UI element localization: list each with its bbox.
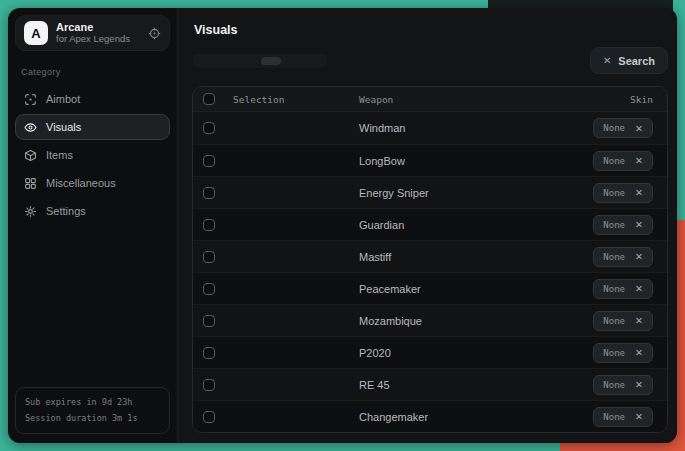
tab-radar[interactable] [217,57,237,65]
skin-value: None [603,412,625,422]
search-label: Search [618,55,655,67]
search-button[interactable]: ✕ Search [590,47,668,74]
scan-icon [24,93,37,106]
row-checkbox[interactable] [203,379,215,391]
sidebar-item-items[interactable]: Items [15,142,170,168]
weapon-name: Windman [359,122,585,134]
weapon-name: Peacemaker [359,283,585,295]
skin-badge[interactable]: None ✕ [593,343,653,363]
gear-icon [24,205,37,218]
clear-skin-icon[interactable]: ✕ [635,315,643,326]
select-all-checkbox[interactable] [203,93,215,105]
box-icon [24,149,37,162]
skin-badge[interactable]: None ✕ [593,247,653,267]
skin-table: Selection Weapon Skin Windman None ✕ [192,86,668,433]
tab-crosshair[interactable] [283,57,303,65]
subscription-card: Sub expires in 9d 23h Session duration 3… [15,387,170,434]
grid-icon [24,177,37,190]
skin-badge[interactable]: None ✕ [593,279,653,299]
weapon-row-mozambique: Mozambique None ✕ [193,304,667,336]
sub-expiry: Sub expires in 9d 23h [25,395,160,410]
weapon-name: Changemaker [359,411,585,423]
session-duration: Session duration 3m 1s [25,411,160,426]
sidebar-item-visuals[interactable]: Visuals [15,114,170,140]
skin-value: None [603,252,625,262]
clear-skin-icon[interactable]: ✕ [635,251,643,262]
table-header: Selection Weapon Skin [193,87,667,112]
sidebar-item-settings[interactable]: Settings [15,198,170,224]
page-title: Visuals [194,23,668,37]
skin-badge[interactable]: None ✕ [593,311,653,331]
weapon-row-peacemaker: Peacemaker None ✕ [193,272,667,304]
target-icon[interactable] [148,27,161,40]
row-checkbox[interactable] [203,315,215,327]
weapon-row-longbow: LongBow None ✕ [193,144,667,176]
weapon-name: Mozambique [359,315,585,327]
clear-skin-icon[interactable]: ✕ [635,411,643,422]
row-checkbox[interactable] [203,219,215,231]
weapon-row-changemaker: Changemaker None ✕ [193,400,667,432]
skin-value: None [603,123,625,133]
skin-value: None [603,156,625,166]
weapon-row-re-45: RE 45 None ✕ [193,368,667,400]
weapon-row-energy-sniper: Energy Sniper None ✕ [193,176,667,208]
clear-skin-icon[interactable]: ✕ [635,123,643,134]
row-checkbox[interactable] [203,155,215,167]
weapon-name: Guardian [359,219,585,231]
app-logo: A [24,21,48,45]
skin-value: None [603,348,625,358]
skin-value: None [603,380,625,390]
header-skin: Skin [630,94,653,105]
clear-skin-icon[interactable]: ✕ [635,379,643,390]
row-checkbox[interactable] [203,187,215,199]
clear-skin-icon[interactable]: ✕ [635,283,643,294]
weapon-name: Mastiff [359,251,585,263]
header-weapon: Weapon [359,94,622,105]
weapon-name: RE 45 [359,379,585,391]
skin-badge[interactable]: None ✕ [593,183,653,203]
row-checkbox[interactable] [203,411,215,423]
row-checkbox[interactable] [203,347,215,359]
app-window: A Arcane for Apex Legends Category Aimbo… [8,8,677,443]
app-subtitle: for Apex Legends [56,34,140,45]
row-checkbox[interactable] [203,251,215,263]
weapon-name: P2020 [359,347,585,359]
skin-badge[interactable]: None ✕ [593,151,653,171]
sidebar-item-aimbot[interactable]: Aimbot [15,86,170,112]
tab-players[interactable] [195,57,215,65]
toolbar: ✕ Search [192,47,668,74]
clear-skin-icon[interactable]: ✕ [635,219,643,230]
weapon-row-guardian: Guardian None ✕ [193,208,667,240]
skin-value: None [603,284,625,294]
skin-badge[interactable]: None ✕ [593,407,653,427]
tab-offscreen[interactable] [239,57,259,65]
skin-badge[interactable]: None ✕ [593,375,653,395]
eye-icon [24,121,37,134]
clear-skin-icon[interactable]: ✕ [635,155,643,166]
skin-value: None [603,188,625,198]
tab-skin-changer[interactable] [261,57,281,65]
sidebar-item-miscellaneous[interactable]: Miscellaneous [15,170,170,196]
brand-card: A Arcane for Apex Legends [15,15,170,51]
main-panel: Visuals ✕ Search Selection Weapon Skin [177,8,677,443]
skin-value: None [603,316,625,326]
weapon-row-mastiff: Mastiff None ✕ [193,240,667,272]
x-icon: ✕ [603,55,611,66]
table-body: Windman None ✕ LongBow None ✕ [193,112,667,432]
category-label: Category [21,67,164,77]
app-title: Arcane [56,21,140,34]
weapon-name: LongBow [359,155,585,167]
clear-skin-icon[interactable]: ✕ [635,187,643,198]
weapon-name: Energy Sniper [359,187,585,199]
header-selection: Selection [233,94,351,105]
row-checkbox[interactable] [203,283,215,295]
weapon-row-windman: Windman None ✕ [193,112,667,144]
clear-skin-icon[interactable]: ✕ [635,347,643,358]
skin-badge[interactable]: None ✕ [593,118,653,138]
row-checkbox[interactable] [203,122,215,134]
tab-highlight[interactable] [305,57,325,65]
skin-badge[interactable]: None ✕ [593,215,653,235]
tab-bar [192,54,328,68]
weapon-row-p2020: P2020 None ✕ [193,336,667,368]
skin-value: None [603,220,625,230]
